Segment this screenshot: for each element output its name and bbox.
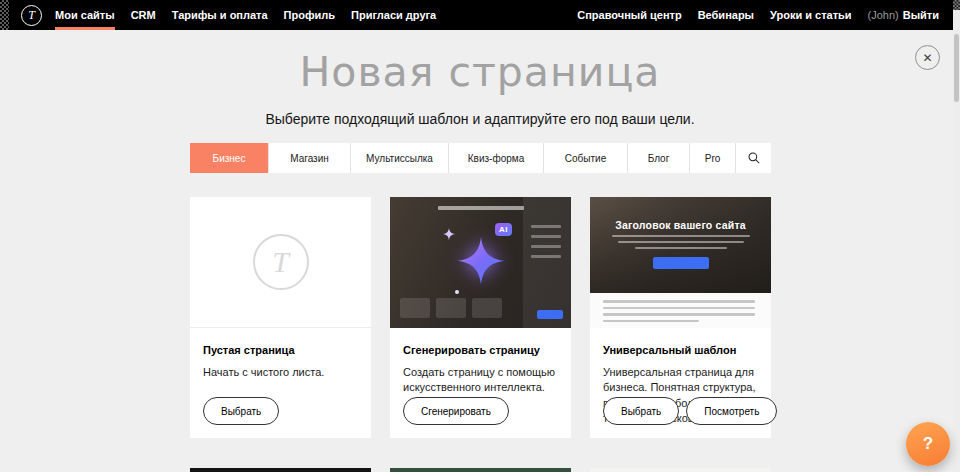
- main-nav: Мои сайты CRM Тарифы и оплата Профиль Пр…: [55, 0, 436, 30]
- decor-side-panel: [523, 197, 571, 328]
- secondary-nav: Справочный центр Вебинары Уроки и статьи…: [577, 9, 953, 21]
- card-body: Пустая страница Начать с чистого листа.: [190, 328, 371, 380]
- help-button[interactable]: ?: [906, 422, 950, 466]
- corner-pattern-right: [953, 0, 960, 10]
- nav-invite-friend[interactable]: Пригласи друга: [351, 0, 436, 30]
- decor-line: [618, 241, 744, 243]
- card-body: Сгенерировать страницу Создать страницу …: [390, 328, 571, 396]
- tab-event[interactable]: Событие: [543, 143, 627, 173]
- page-subtitle: Выберите подходящий шаблон и адаптируйте…: [0, 111, 960, 127]
- card-description: Начать с чистого листа.: [203, 365, 358, 380]
- template-card-universal[interactable]: Заголовок вашего сайта Универсальный шаб…: [590, 197, 771, 438]
- help-question-icon: ?: [923, 434, 933, 453]
- tab-multilink[interactable]: Мультиссылка: [350, 143, 448, 173]
- card-buttons: Выбрать Посмотреть: [603, 397, 777, 425]
- tab-blog[interactable]: Блог: [627, 143, 689, 173]
- card-title: Универсальный шаблон: [603, 344, 758, 356]
- ai-sparkle-icon: [454, 233, 508, 287]
- page-title: Новая страница: [0, 52, 960, 93]
- nav-lessons-articles[interactable]: Уроки и статьи: [770, 9, 852, 21]
- decor-blue-button: [537, 310, 563, 319]
- decor-line: [603, 320, 699, 323]
- template-cards-row: T Пустая страница Начать с чистого листа…: [190, 197, 771, 438]
- decor-line: [531, 225, 561, 228]
- tab-quiz-form[interactable]: Квиз-форма: [448, 143, 543, 173]
- template-card-partial[interactable]: [190, 468, 371, 472]
- topbar: T Мои сайты CRM Тарифы и оплата Профиль …: [0, 0, 953, 30]
- decor-line: [531, 255, 561, 258]
- decor-thumbnail-cards: [400, 298, 502, 318]
- decor-line: [635, 247, 727, 249]
- decor-card: [472, 298, 502, 318]
- decor-site-title-bar: [438, 206, 524, 210]
- card-buttons: Выбрать: [203, 397, 279, 425]
- close-icon: ✕: [922, 52, 932, 64]
- decor-line: [531, 235, 561, 238]
- card-buttons: Сгенерировать: [403, 397, 509, 425]
- template-card-generate-ai[interactable]: AI Сгенерировать страницу Создать страни…: [390, 197, 571, 438]
- blank-page-thumbnail: T: [190, 197, 371, 328]
- thumb-hero-section: Заголовок вашего сайта: [590, 197, 771, 293]
- ai-generate-thumbnail: AI: [390, 197, 571, 328]
- decor-line: [603, 300, 755, 303]
- decor-card: [436, 298, 466, 318]
- template-card-partial[interactable]: [390, 468, 571, 472]
- corner-pattern-left: [0, 0, 9, 30]
- nav-profile[interactable]: Профиль: [284, 0, 335, 30]
- tilda-logo-watermark-icon: T: [253, 234, 309, 290]
- decor-line: [531, 245, 561, 248]
- choose-button[interactable]: Выбрать: [203, 397, 279, 425]
- search-icon: [747, 151, 761, 165]
- close-button[interactable]: ✕: [915, 45, 940, 70]
- universal-template-thumbnail: Заголовок вашего сайта: [590, 197, 771, 328]
- scrollbar-thumb[interactable]: [954, 34, 959, 102]
- sparkle-dot: [455, 290, 459, 294]
- nav-webinars[interactable]: Вебинары: [698, 9, 754, 21]
- logout-link[interactable]: Выйти: [903, 9, 939, 21]
- search-tab[interactable]: [735, 143, 771, 173]
- template-category-tabs: Бизнес Магазин Мультиссылка Квиз-форма С…: [190, 143, 771, 173]
- template-card-partial[interactable]: [590, 468, 771, 472]
- decor-line: [612, 235, 750, 237]
- small-sparkle-icon: [442, 227, 456, 241]
- tab-shop[interactable]: Магазин: [268, 143, 350, 173]
- tab-pro[interactable]: Pro: [689, 143, 735, 173]
- template-card-blank-page[interactable]: T Пустая страница Начать с чистого листа…: [190, 197, 371, 438]
- decor-card: [400, 298, 430, 318]
- decor-line: [603, 313, 755, 316]
- nav-help-center[interactable]: Справочный центр: [577, 9, 681, 21]
- tab-business[interactable]: Бизнес: [190, 143, 268, 173]
- thumb-text-section: [590, 293, 771, 328]
- nav-plans-payment[interactable]: Тарифы и оплата: [172, 0, 268, 30]
- tilda-logo-letter: T: [28, 8, 35, 23]
- choose-button[interactable]: Выбрать: [603, 397, 679, 425]
- user-area: (John) Выйти: [868, 9, 939, 21]
- decor-line: [603, 307, 755, 310]
- decor-blue-button: [653, 257, 709, 269]
- scrollbar-track[interactable]: [953, 0, 960, 472]
- thumb-hero-title: Заголовок вашего сайта: [590, 197, 771, 231]
- nav-my-sites[interactable]: Мои сайты: [55, 0, 115, 30]
- nav-crm[interactable]: CRM: [131, 0, 156, 30]
- card-title: Сгенерировать страницу: [403, 344, 558, 356]
- card-description: Создать страницу с помощью искусственног…: [403, 365, 558, 396]
- preview-button[interactable]: Посмотреть: [686, 397, 777, 425]
- generate-button[interactable]: Сгенерировать: [403, 397, 509, 425]
- tilda-logo[interactable]: T: [21, 5, 42, 26]
- ai-badge: AI: [495, 223, 512, 236]
- tilda-logo-letter: T: [272, 245, 289, 279]
- template-cards-row-2: [190, 468, 771, 472]
- user-name: (John): [868, 9, 899, 21]
- card-title: Пустая страница: [203, 344, 358, 356]
